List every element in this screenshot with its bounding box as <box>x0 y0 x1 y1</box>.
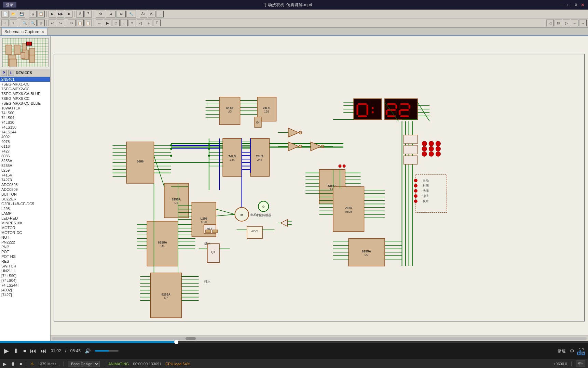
device-item-POT[interactable]: POT <box>0 249 50 254</box>
device-item-MINRES10K[interactable]: MINRES10K <box>0 221 50 225</box>
tb-right5[interactable]: → <box>579 19 587 26</box>
tb2-select[interactable]: ↔ <box>96 19 103 26</box>
volume-slider[interactable] <box>95 350 119 352</box>
device-item-LAMP[interactable]: LAMP <box>0 211 50 216</box>
tb2-redo[interactable]: ↪ <box>57 19 64 26</box>
tb2-probe[interactable]: ▶ <box>104 19 111 26</box>
tb-right1[interactable]: ◁ <box>546 19 554 26</box>
tb2-wire2[interactable]: ⌐ <box>120 19 128 26</box>
tb2-zoomin[interactable]: 🔍 <box>21 19 28 26</box>
tb2-zoomout[interactable]: 🔍 <box>29 19 37 26</box>
tb2-paste[interactable]: 📋 <box>84 19 92 26</box>
tb-help[interactable]: ? <box>84 11 92 17</box>
device-item-BUZZER[interactable]: BUZZER <box>0 197 50 201</box>
tb-run[interactable]: ▶ <box>49 11 56 17</box>
device-item-MOTOR-DC[interactable]: MOTOR-DC <box>0 230 50 235</box>
restore-btn[interactable]: ⧉ <box>573 2 578 8</box>
device-item-74LS00[interactable]: 74LS00 <box>0 110 50 115</box>
device-item-4002b[interactable]: [4002] <box>0 288 50 292</box>
minimize-btn[interactable]: ─ <box>559 2 565 8</box>
devices-p-btn[interactable]: P <box>1 70 7 76</box>
pause-btn[interactable]: ⏸ <box>13 347 19 355</box>
device-item-74LS244[interactable]: 74LS244 <box>0 130 50 134</box>
tb2-port[interactable]: ◁ <box>137 19 144 26</box>
stop-btn[interactable]: ■ <box>23 348 26 354</box>
device-item-7427b[interactable]: [7427] <box>0 292 50 297</box>
device-item-74LS04[interactable]: 74LS04 <box>0 115 50 120</box>
tb2-add[interactable]: + <box>1 19 9 26</box>
chinese-lang-btn[interactable]: 中· <box>576 360 585 367</box>
maximize-btn[interactable]: □ <box>566 2 572 8</box>
device-item-6116[interactable]: 6116 <box>0 144 50 149</box>
tb-wire[interactable]: ∼ <box>156 11 164 17</box>
device-item-BUTTON[interactable]: BUTTON <box>0 192 50 197</box>
tb-new[interactable]: 📄 <box>1 11 9 17</box>
scrollbar-track[interactable] <box>52 337 587 340</box>
progress-bar[interactable] <box>0 341 588 343</box>
device-item-UN2111[interactable]: UN2111 <box>0 268 50 273</box>
tab-schematic[interactable]: Schematic Capture ✕ <box>1 28 47 35</box>
devices-l-btn[interactable]: L <box>8 70 14 76</box>
device-item-4078[interactable]: 4078 <box>0 139 50 144</box>
device-item-7SEG-MPX1-CC[interactable]: 7SEG-MPX1-CC <box>0 82 50 87</box>
device-item-74273[interactable]: 74273 <box>0 178 50 182</box>
device-item-SWITCH[interactable]: SWITCH <box>0 264 50 268</box>
tb2-cut[interactable]: ✂ <box>68 19 76 26</box>
tb-right3[interactable]: ▷ <box>563 19 570 26</box>
device-item-74LS138[interactable]: 74LS138 <box>0 125 50 130</box>
device-item-74LS04b[interactable]: [74LS04] <box>0 278 50 283</box>
tb-right4[interactable]: ← <box>571 19 578 26</box>
device-item-PN2222[interactable]: PN2222 <box>0 240 50 245</box>
device-item-7SEG-MPX6-CA-BLUE[interactable]: 7SEG-MPX6-CA-BLUE <box>0 91 50 96</box>
progress-thumb[interactable] <box>174 340 178 344</box>
device-item-8086[interactable]: 8086 <box>0 154 50 158</box>
tb-save[interactable]: 💾 <box>18 11 25 17</box>
tb2-bus[interactable]: ≡ <box>128 19 136 26</box>
tab-close-icon[interactable]: ✕ <box>41 30 44 34</box>
play-btn[interactable]: ▶ <box>4 347 9 355</box>
design-selector[interactable]: Base Design <box>68 361 100 367</box>
tb2-text[interactable]: T <box>153 19 161 26</box>
device-item-RES[interactable]: RES <box>0 259 50 264</box>
device-item-POT-HG[interactable]: POT-HG <box>0 254 50 259</box>
horizontal-scrollbar[interactable] <box>51 336 588 341</box>
device-item-2N5401[interactable]: 2N5401 <box>0 77 50 82</box>
schematic-area[interactable]: 8086 8255A <box>51 36 588 341</box>
device-item-4002[interactable]: 4002 <box>0 134 50 139</box>
stop-status-btn[interactable]: ■ <box>19 362 22 366</box>
device-item-NOT[interactable]: NOT <box>0 235 50 240</box>
tb-sim2[interactable]: ⚙ <box>106 11 115 17</box>
tb2-del[interactable]: × <box>10 19 17 26</box>
device-item-74LS244b[interactable]: 74[LS244] <box>0 283 50 288</box>
tb2-comp[interactable]: ⊡ <box>112 19 120 26</box>
tb-stop[interactable]: ■ <box>65 11 72 17</box>
tb-props[interactable]: 📋 <box>37 11 45 17</box>
device-item-74LS30[interactable]: 74LS30 <box>0 120 50 125</box>
pause-status-btn[interactable]: ⏸ <box>11 361 15 367</box>
skip-back-btn[interactable]: ⏮ <box>30 347 36 355</box>
device-item-8259[interactable]: 8259 <box>0 168 50 173</box>
device-item-G2RL-14B-CF-DC5[interactable]: G2RL-14B-CF-DC5 <box>0 201 50 206</box>
device-item-PNP[interactable]: PNP <box>0 245 50 249</box>
device-item-7SEG-MPX6-CC[interactable]: 7SEG-MPX6-CC <box>0 96 50 101</box>
settings-btn[interactable]: ⚙ <box>570 348 574 354</box>
volume-btn[interactable]: 🔊 <box>85 348 91 354</box>
close-btn[interactable]: ✕ <box>580 2 585 8</box>
tb-step[interactable]: ▶▶ <box>57 11 64 17</box>
device-item-L298[interactable]: L298 <box>0 206 50 211</box>
device-item-7SEG-MPX2-CC[interactable]: 7SEG-MPX2-CC <box>0 87 50 91</box>
tb-annot1[interactable]: A+ <box>140 11 147 17</box>
tb-sim1[interactable]: ⚙ <box>96 11 105 17</box>
device-item-8253A[interactable]: 8253A <box>0 158 50 163</box>
device-item-10WATT1K[interactable]: 10WATT1K <box>0 106 50 110</box>
play-status-btn[interactable]: ▶ <box>3 361 6 367</box>
playback-speed[interactable]: 倍速 <box>558 348 566 354</box>
devices-list[interactable]: 2N54017SEG-MPX1-CC7SEG-MPX2-CC7SEG-MPX6-… <box>0 77 50 341</box>
tb-print[interactable]: 🖨 <box>29 11 37 17</box>
app-login-btn[interactable]: 登录 <box>3 2 16 8</box>
device-item-LED-RED[interactable]: LED-RED <box>0 216 50 221</box>
device-item-74LS90b[interactable]: [74LS90] <box>0 273 50 278</box>
device-item-ADC0809[interactable]: ADC0809 <box>0 187 50 192</box>
tb-annot2[interactable]: A- <box>148 11 155 17</box>
device-item-7SEG-MPX8-CC-BLUE[interactable]: 7SEG-MPX8-CC-BLUE <box>0 101 50 106</box>
